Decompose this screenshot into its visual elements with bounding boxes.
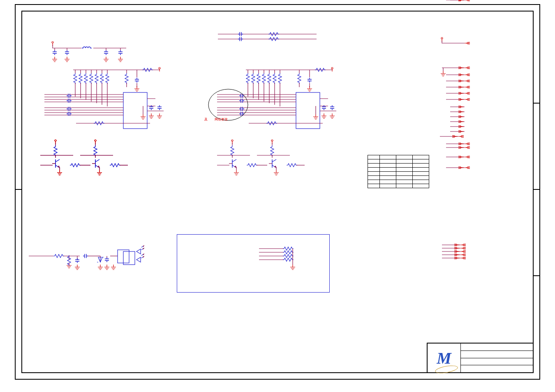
rev-cell bbox=[380, 164, 396, 168]
blk-ports-br bbox=[442, 244, 465, 259]
rev-cell bbox=[413, 180, 429, 184]
rev-cell bbox=[368, 155, 380, 159]
rev-cell bbox=[396, 184, 413, 188]
rev-cell bbox=[368, 164, 380, 168]
blk-ir bbox=[29, 246, 144, 270]
revision-table bbox=[368, 155, 429, 188]
rev-cell bbox=[380, 172, 396, 176]
title-row-2 bbox=[461, 358, 533, 366]
rev-cell bbox=[380, 168, 396, 172]
blk-power-filter bbox=[52, 42, 126, 62]
callout-note-b: 网络更改 bbox=[215, 117, 228, 122]
rev-cell bbox=[368, 172, 380, 176]
title-row-3 bbox=[461, 365, 533, 372]
rev-cell bbox=[413, 184, 429, 188]
rev-cell bbox=[368, 168, 380, 172]
blk-transistor-left bbox=[40, 140, 128, 175]
schematic-sheet: 及 网络更改 M bbox=[0, 0, 555, 392]
blk-transistor-center bbox=[217, 140, 305, 175]
logo-orbit bbox=[435, 364, 458, 374]
rev-cell bbox=[413, 164, 429, 168]
rev-cell bbox=[413, 159, 429, 164]
title-rows bbox=[461, 344, 533, 372]
callout-note-a: 及 bbox=[204, 117, 208, 122]
rev-cell bbox=[396, 159, 413, 164]
rev-cell bbox=[396, 155, 413, 159]
rev-cell bbox=[413, 168, 429, 172]
rev-cell bbox=[380, 180, 396, 184]
rev-cell bbox=[413, 155, 429, 159]
rev-cell bbox=[396, 176, 413, 180]
rev-cell bbox=[368, 176, 380, 180]
rev-cell bbox=[368, 184, 380, 188]
rev-cell bbox=[380, 184, 396, 188]
rev-cell bbox=[396, 172, 413, 176]
rev-cell bbox=[396, 180, 413, 184]
title-row-0 bbox=[461, 344, 533, 351]
title-block: M bbox=[427, 343, 534, 373]
rev-cell bbox=[380, 155, 396, 159]
rev-cell bbox=[396, 168, 413, 172]
blk-ports-right bbox=[440, 0, 469, 169]
rev-cell bbox=[368, 159, 380, 164]
rev-cell bbox=[380, 159, 396, 164]
rev-cell bbox=[396, 164, 413, 168]
rev-cell bbox=[413, 172, 429, 176]
svg-point-2 bbox=[208, 89, 248, 120]
highlight-box bbox=[177, 234, 330, 293]
rev-cell bbox=[380, 176, 396, 180]
logo: M bbox=[428, 344, 461, 372]
rev-cell bbox=[413, 176, 429, 180]
rev-cell bbox=[368, 180, 380, 184]
schematic-canvas bbox=[0, 0, 555, 392]
blk-rc-pair bbox=[218, 32, 317, 41]
title-row-1 bbox=[461, 351, 533, 358]
